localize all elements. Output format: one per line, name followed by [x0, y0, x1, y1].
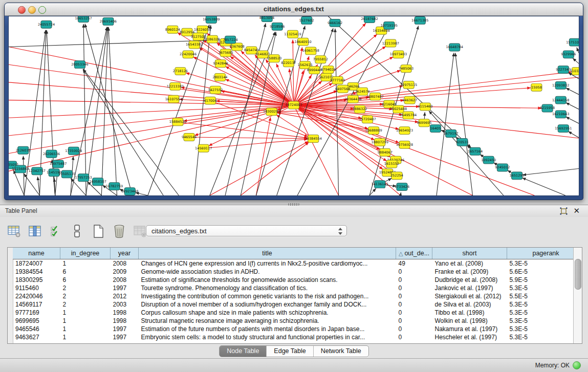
tab-node-table[interactable]: Node Table: [220, 346, 267, 357]
graph-node[interactable]: 1527602: [299, 16, 314, 24]
network-window[interactable]: citations_edges.txt 18724007896012489129…: [4, 3, 583, 200]
table-cell[interactable]: 6: [60, 276, 111, 284]
table-row[interactable]: 1872400712008Changes of HCN gene express…: [13, 259, 574, 268]
graph-node[interactable]: 12444158: [552, 96, 569, 104]
graph-node[interactable]: 417004: [204, 97, 216, 104]
table-cell[interactable]: Estimation of the future numbers of pati…: [139, 325, 396, 333]
table-cell[interactable]: 22420046: [13, 292, 60, 300]
scrollbar-thumb[interactable]: [575, 259, 581, 290]
graph-node[interactable]: 19654923: [396, 127, 413, 135]
new-table-icon[interactable]: [91, 224, 105, 238]
graph-node[interactable]: 3427552: [208, 86, 223, 94]
table-cell[interactable]: 1: [60, 333, 111, 341]
table-cell[interactable]: 1: [60, 325, 111, 333]
graph-node[interactable]: 10756928: [396, 141, 413, 148]
close-panel-icon[interactable]: ✕: [573, 206, 580, 215]
table-cell[interactable]: 9115460: [13, 284, 60, 292]
table-cell[interactable]: Tourette syndrome. Phenomenology and cla…: [139, 284, 396, 292]
graph-node[interactable]: 9227343: [556, 66, 571, 74]
table-cell[interactable]: Corpus callosum shape and size in male p…: [139, 309, 396, 317]
graph-node[interactable]: 9329966: [561, 51, 576, 58]
graph-node[interactable]: 8990448: [307, 67, 322, 74]
column-select-icon[interactable]: [28, 224, 42, 238]
graph-node[interactable]: 1679197: [444, 130, 459, 138]
column-header-out_degree[interactable]: △out_de...: [396, 248, 432, 259]
row-height-icon[interactable]: [70, 224, 84, 238]
table-cell[interactable]: 0: [396, 292, 432, 300]
table-cell[interactable]: 9465546: [13, 325, 60, 333]
graph-node[interactable]: 9242844: [213, 60, 228, 68]
table-cell[interactable]: Dudbridge et al. (2008): [432, 276, 507, 284]
graph-node[interactable]: 12342757: [29, 167, 46, 175]
graph-node[interactable]: 7485063: [399, 65, 413, 73]
graph-node[interactable]: 9245012: [495, 164, 510, 171]
column-header-title[interactable]: title: [139, 248, 396, 259]
float-panel-icon[interactable]: [560, 207, 568, 215]
graph-node[interactable]: 9127505: [191, 33, 206, 40]
graph-node[interactable]: 1103254: [570, 68, 579, 75]
graph-node[interactable]: 9466162: [328, 19, 342, 27]
graph-node[interactable]: 12213987: [382, 39, 399, 47]
table-cell[interactable]: 5.9E-5: [507, 276, 574, 284]
table-cell[interactable]: 1: [60, 309, 111, 317]
delete-table-icon[interactable]: [112, 224, 126, 238]
graph-node[interactable]: 20364436: [344, 95, 361, 103]
tab-edge-table[interactable]: Edge Table: [267, 346, 313, 357]
table-cell[interactable]: 2009: [111, 268, 139, 276]
table-cell[interactable]: 0: [396, 317, 432, 325]
graph-node[interactable]: 8813054: [259, 16, 274, 21]
graph-node[interactable]: 7857224: [223, 36, 238, 43]
graph-node[interactable]: 9465546: [182, 134, 197, 141]
table-cell[interactable]: 19384554: [13, 268, 60, 276]
table-row[interactable]: 911546021997Tourette syndrome. Phenomeno…: [13, 284, 574, 292]
table-cell[interactable]: 2008: [111, 259, 139, 268]
graph-node[interactable]: 9884067: [378, 148, 393, 156]
graph-node[interactable]: 3675685: [218, 49, 233, 57]
table-cell[interactable]: 5.3E-5: [507, 259, 574, 268]
graph-node[interactable]: 10653257: [75, 16, 92, 22]
table-selector-dropdown[interactable]: citations_edges.txt: [146, 225, 347, 236]
graph-node[interactable]: 1588520: [267, 55, 281, 62]
graph-node[interactable]: 1657164: [468, 147, 483, 155]
graph-node[interactable]: 1092450: [481, 156, 496, 164]
table-scrollbar[interactable]: [573, 248, 582, 343]
graph-node[interactable]: 15884520: [169, 118, 186, 126]
graph-node[interactable]: 16671385: [411, 16, 428, 24]
table-cell[interactable]: 0: [396, 300, 432, 309]
graph-node[interactable]: 12923448: [121, 188, 138, 195]
graph-node[interactable]: 15958: [531, 83, 542, 91]
table-cell[interactable]: 1997: [111, 333, 139, 341]
table-cell[interactable]: 1: [60, 317, 111, 325]
graph-node[interactable]: 9218586: [270, 23, 285, 30]
network-graph[interactable]: 1872400789601248912954182260589127505165…: [9, 16, 579, 195]
graph-node[interactable]: 8220137: [281, 59, 296, 67]
table-cell[interactable]: 0: [396, 284, 432, 292]
graph-node[interactable]: 15751074: [566, 38, 579, 46]
graph-node[interactable]: 8960124: [165, 26, 180, 33]
graph-node[interactable]: 920531: [456, 138, 469, 146]
graph-node[interactable]: 9115460: [418, 103, 432, 111]
table-cell[interactable]: 1: [60, 259, 111, 268]
table-cell[interactable]: Estimation of significance thresholds fo…: [139, 276, 396, 284]
table-cell[interactable]: Disruption of a novel member of a sodium…: [139, 300, 396, 309]
graph-node[interactable]: 20053346: [71, 61, 88, 69]
table-cell[interactable]: 5.6E-5: [507, 268, 574, 276]
table-row[interactable]: 969969511998Structural magnetic resonanc…: [13, 317, 574, 325]
table-cell[interactable]: 2: [60, 300, 111, 309]
table-cell[interactable]: Investigating the contribution of common…: [139, 292, 396, 300]
table-cell[interactable]: 1998: [111, 317, 139, 325]
table-cell[interactable]: 18724007: [13, 259, 60, 268]
graph-node[interactable]: 16961758: [302, 47, 319, 55]
graph-node[interactable]: 2126035: [16, 146, 31, 154]
graph-node[interactable]: 18640910: [294, 38, 311, 46]
table-row[interactable]: 977716911998Corpus callosum shape and si…: [13, 309, 574, 317]
table-cell[interactable]: Stergiakouli et al. (2012): [432, 292, 507, 300]
tab-network-table[interactable]: Network Table: [314, 346, 368, 357]
table-cell[interactable]: de Silva et al. (2003): [432, 300, 507, 309]
table-cell[interactable]: 49: [396, 259, 432, 268]
graph-node[interactable]: 20691406: [100, 17, 117, 25]
column-header-year[interactable]: year: [111, 248, 139, 259]
graph-node[interactable]: 15692951: [555, 125, 572, 133]
table-cell[interactable]: 6: [60, 268, 111, 276]
table-panel-header[interactable]: Table Panel ✕: [0, 205, 588, 217]
